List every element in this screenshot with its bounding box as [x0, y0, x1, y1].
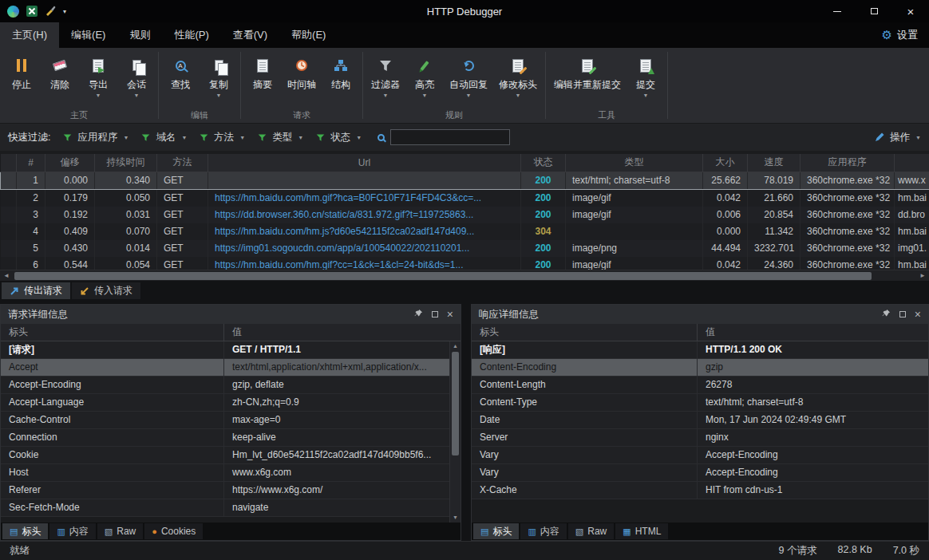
table-row[interactable]: 5 0.430 0.014 GET https://img01.sogoucdn…: [1, 240, 929, 257]
restore-icon[interactable]: [899, 311, 906, 317]
horizontal-scroll-thumb[interactable]: [14, 272, 872, 280]
summary-button[interactable]: 摘要: [243, 50, 282, 92]
column-host[interactable]: [895, 154, 929, 172]
header-row[interactable]: Content-Length26278: [472, 377, 928, 394]
cell-duration[interactable]: 0.070: [95, 223, 157, 240]
header-row[interactable]: X-CacheHIT from cdn-us-1: [472, 482, 928, 499]
cell-host[interactable]: hm.bai: [895, 257, 929, 270]
cell-offset[interactable]: 0.409: [45, 223, 95, 240]
header-row[interactable]: CookieHm_lvt_d60e542115f2ca02adf147d409b…: [1, 447, 449, 464]
cell-url[interactable]: https://hm.baidu.com/hm.gif?hca=B0FC10F7…: [208, 189, 521, 207]
header-row[interactable]: Accept-Languagezh-CN,zh;q=0.9: [1, 394, 449, 412]
header-row[interactable]: Sec-Fetch-Modenavigate: [1, 499, 449, 517]
header-row[interactable]: Refererhttps://www.x6g.com/: [1, 482, 449, 499]
column-status[interactable]: 状态: [521, 154, 566, 172]
scroll-left-arrow[interactable]: ◄: [0, 270, 13, 281]
cell-app[interactable]: 360chrome.exe *32: [801, 257, 895, 270]
cell-offset[interactable]: 0.192: [45, 207, 95, 223]
header-row[interactable]: VaryAccept-Encoding: [472, 447, 928, 464]
cell-duration[interactable]: 0.050: [95, 189, 157, 207]
cell-size[interactable]: 25.662: [703, 172, 748, 189]
cell-num[interactable]: 5: [17, 240, 45, 257]
cell-offset[interactable]: 0.430: [45, 240, 95, 257]
app-logo-icon[interactable]: [7, 6, 19, 18]
cell-app[interactable]: 360chrome.exe *32: [801, 207, 895, 223]
cell-status[interactable]: 200: [521, 189, 566, 207]
restore-icon[interactable]: [432, 311, 438, 317]
tab-content[interactable]: ▥内容: [49, 523, 95, 539]
cell-url[interactable]: [208, 172, 521, 189]
header-row[interactable]: Cache-Controlmax-age=0: [1, 412, 449, 429]
search-input[interactable]: [390, 129, 510, 145]
filter-type[interactable]: 类型 ▼: [258, 131, 303, 144]
tab-headers[interactable]: ▤标头: [473, 523, 519, 539]
header-row[interactable]: [请求]GET / HTTP/1.1: [1, 341, 449, 359]
menu-rules[interactable]: 规则: [117, 22, 162, 48]
cell-type[interactable]: image/gif: [566, 189, 703, 207]
header-row[interactable]: Accepttext/html,application/xhtml+xml,ap…: [1, 359, 449, 377]
cell-speed[interactable]: 24.360: [748, 257, 801, 270]
cell-url[interactable]: https://hm.baidu.com/hm.js?d60e542115f2c…: [208, 223, 521, 240]
scroll-up-arrow[interactable]: ▲: [453, 341, 458, 351]
table-row[interactable]: 4 0.409 0.070 GET https://hm.baidu.com/h…: [1, 223, 929, 240]
stop-button[interactable]: 停止: [2, 50, 41, 92]
column-url[interactable]: Url: [208, 154, 521, 172]
header-row[interactable]: VaryAccept-Encoding: [472, 464, 928, 482]
column-method[interactable]: 方法: [157, 154, 208, 172]
menu-performance[interactable]: 性能(P): [162, 22, 220, 48]
highlight-button[interactable]: 高亮 ▼: [405, 50, 444, 99]
filter-application[interactable]: 应用程序 ▼: [63, 131, 128, 144]
cell-app[interactable]: 360chrome.exe *32: [801, 189, 895, 207]
cell-url[interactable]: https://dd.browser.360.cn/static/a/831.9…: [208, 207, 521, 223]
session-button[interactable]: 会话 ▼: [117, 50, 156, 99]
column-size[interactable]: 大小: [703, 154, 748, 172]
cell-type[interactable]: [566, 223, 703, 240]
tab-content[interactable]: ▥内容: [520, 523, 566, 539]
vertical-scrollbar[interactable]: ▲ ▼: [449, 341, 461, 523]
table-row[interactable]: 3 0.192 0.031 GET https://dd.browser.360…: [1, 207, 929, 223]
header-row[interactable]: Content-Typetext/html; charset=utf-8: [472, 394, 928, 412]
pin-icon[interactable]: [414, 309, 423, 320]
cell-num[interactable]: 6: [17, 257, 45, 270]
cell-app[interactable]: 360chrome.exe *32: [801, 172, 895, 189]
cell-method[interactable]: GET: [157, 189, 208, 207]
actions-dropdown[interactable]: 操作 ▼: [875, 131, 921, 144]
cell-type[interactable]: image/png: [566, 240, 703, 257]
cell-host[interactable]: hm.bai: [895, 223, 929, 240]
cell-size[interactable]: 44.494: [703, 240, 748, 257]
cell-url[interactable]: https://hm.baidu.com/hm.gif?cc=1&ck=1&cl…: [208, 257, 521, 270]
close-icon[interactable]: ×: [915, 310, 921, 319]
chevron-down-icon[interactable]: ▾: [63, 8, 66, 15]
tab-cookies[interactable]: ●Cookies: [144, 523, 203, 539]
menu-edit[interactable]: 编辑(E): [59, 22, 117, 48]
cell-host[interactable]: www.x: [895, 172, 929, 189]
pin-icon[interactable]: [882, 309, 891, 320]
copy-button[interactable]: 复制 ▼: [200, 50, 238, 99]
submit-button[interactable]: 提交 ▼: [627, 50, 665, 99]
cell-size[interactable]: 0.042: [703, 257, 748, 270]
header-row[interactable]: Content-Encodinggzip: [472, 359, 928, 377]
excel-export-icon[interactable]: [26, 6, 38, 17]
tab-html[interactable]: ▦HTML: [615, 523, 668, 539]
scroll-down-arrow[interactable]: ▼: [453, 513, 458, 523]
clear-button[interactable]: 清除: [41, 50, 79, 92]
cell-size[interactable]: 0.042: [703, 189, 748, 207]
header-row[interactable]: Connectionkeep-alive: [1, 429, 449, 447]
cell-num[interactable]: 3: [17, 207, 45, 223]
cell-offset[interactable]: 0.179: [45, 189, 95, 207]
table-row[interactable]: 1 0.000 0.340 GET 200 text/html; charset…: [1, 172, 929, 189]
filter-method[interactable]: 方法 ▼: [200, 131, 245, 144]
header-row[interactable]: Servernginx: [472, 429, 928, 447]
header-row[interactable]: Hostwww.x6g.com: [1, 464, 449, 482]
edit-resubmit-button[interactable]: 编辑并重新提交: [548, 50, 627, 92]
scroll-right-arrow[interactable]: ►: [916, 270, 929, 281]
cell-method[interactable]: GET: [157, 172, 208, 189]
cell-status[interactable]: 200: [521, 172, 566, 189]
timeline-button[interactable]: 时间轴: [282, 50, 322, 92]
cell-type[interactable]: image/gif: [566, 207, 703, 223]
cell-speed[interactable]: 20.854: [748, 207, 801, 223]
cell-num[interactable]: 1: [17, 172, 45, 189]
cell-size[interactable]: 0.000: [703, 223, 748, 240]
column-offset[interactable]: 偏移: [45, 154, 95, 172]
cell-status[interactable]: 200: [521, 257, 566, 270]
